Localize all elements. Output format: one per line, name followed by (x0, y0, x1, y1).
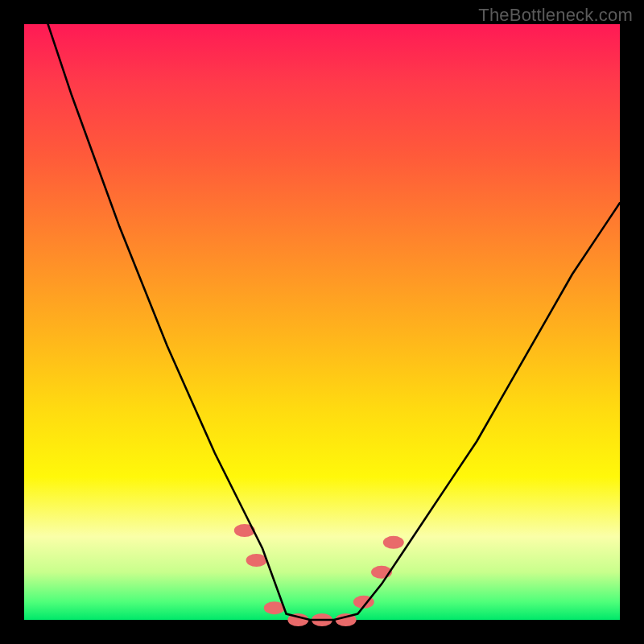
curve-marker (246, 554, 267, 567)
bottleneck-curve (24, 0, 620, 620)
curve-layer (24, 24, 620, 620)
curve-marker (383, 536, 404, 549)
marker-group (234, 524, 404, 626)
chart-frame: TheBottleneck.com (0, 0, 644, 644)
plot-area (24, 24, 620, 620)
watermark-text: TheBottleneck.com (478, 5, 633, 26)
